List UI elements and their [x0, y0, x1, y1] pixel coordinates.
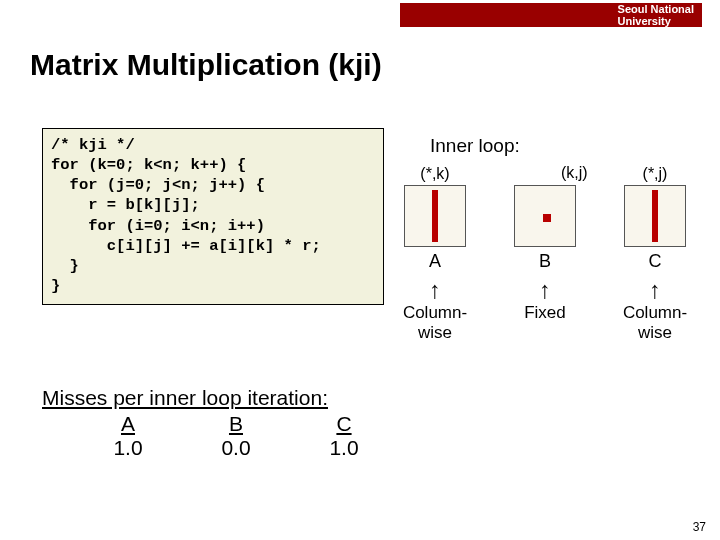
column-mark	[432, 190, 438, 242]
misses-b-head: B	[206, 412, 266, 436]
arrow-up-icon: ↑	[429, 280, 441, 299]
matrix-a-index: (*,k)	[420, 165, 449, 185]
matrix-b: (k,j) B ↑ Fixed	[514, 165, 576, 342]
matrix-diagram: (*,k) A ↑ Column- wise (k,j) B ↑ Fixed (…	[404, 165, 704, 342]
misses-table: A 1.0 B 0.0 C 1.0	[42, 412, 374, 460]
org-name: Seoul National University	[618, 3, 694, 27]
element-mark	[543, 214, 551, 222]
misses-col-b: B 0.0	[206, 412, 266, 460]
matrix-a-access: Column- wise	[403, 303, 467, 342]
misses-a-head: A	[98, 412, 158, 436]
misses-b-val: 0.0	[206, 436, 266, 460]
code-block: /* kji */ for (k=0; k<n; k++) { for (j=0…	[42, 128, 384, 305]
matrix-a-name: A	[429, 251, 441, 272]
header-bar: Seoul National University	[400, 3, 702, 27]
misses-heading: Misses per inner loop iteration:	[42, 386, 328, 409]
misses-c-val: 1.0	[314, 436, 374, 460]
matrix-b-box: (k,j)	[514, 185, 576, 247]
matrix-c-box	[624, 185, 686, 247]
arrow-up-icon: ↑	[649, 280, 661, 299]
matrix-c: (*,j) C ↑ Column- wise	[624, 165, 686, 342]
matrix-a-box	[404, 185, 466, 247]
column-mark	[652, 190, 658, 242]
matrix-a: (*,k) A ↑ Column- wise	[404, 165, 466, 342]
matrix-c-access: Column- wise	[623, 303, 687, 342]
misses-section: Misses per inner loop iteration: A 1.0 B…	[42, 386, 374, 460]
matrix-b-index: (k,j)	[561, 164, 588, 182]
matrix-b-name: B	[539, 251, 551, 272]
inner-loop-title: Inner loop:	[430, 135, 520, 157]
matrix-c-name: C	[649, 251, 662, 272]
matrix-b-access: Fixed	[524, 303, 566, 323]
slide: Seoul National University Matrix Multipl…	[0, 0, 720, 540]
misses-col-a: A 1.0	[98, 412, 158, 460]
misses-c-head: C	[314, 412, 374, 436]
misses-a-val: 1.0	[98, 436, 158, 460]
page-number: 37	[693, 520, 706, 534]
misses-col-c: C 1.0	[314, 412, 374, 460]
page-title: Matrix Multiplication (kji)	[30, 48, 382, 82]
arrow-up-icon: ↑	[539, 280, 551, 299]
matrix-c-index: (*,j)	[643, 165, 668, 185]
